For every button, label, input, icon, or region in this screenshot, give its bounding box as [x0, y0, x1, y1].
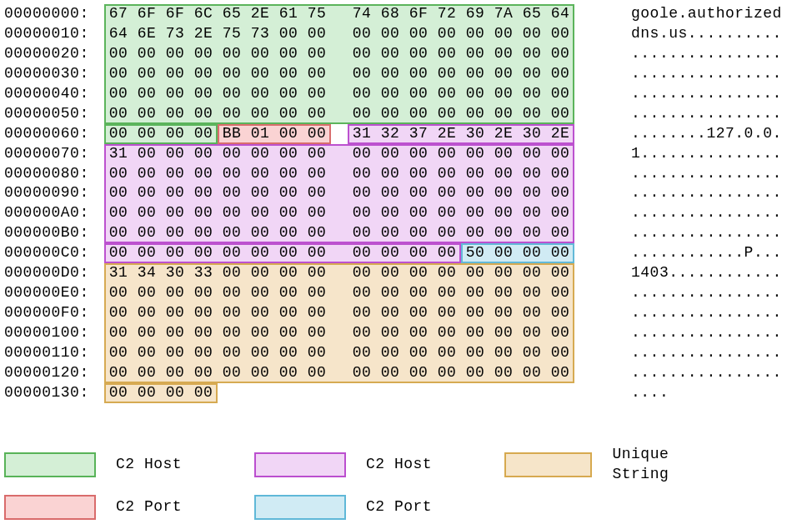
hex-byte: 00 [133, 144, 161, 164]
hex-row: 00000010:646E732E75730000000000000000000… [4, 24, 808, 44]
row-address: 00000080: [4, 164, 104, 184]
hex-byte: 00 [161, 203, 189, 223]
legend-swatch [254, 452, 346, 477]
hex-byte: 00 [303, 164, 331, 184]
row-ascii: ................ [621, 303, 782, 323]
hex-byte: 00 [161, 124, 189, 144]
hex-byte: 00 [348, 64, 376, 84]
hex-byte: 00 [348, 183, 376, 203]
legend-label: C2 Host [116, 455, 182, 475]
row-hex: 31000000000000000000000000000000 [104, 144, 621, 164]
row-ascii: ................ [621, 323, 782, 343]
row-address: 00000040: [4, 84, 104, 104]
row-address: 00000000: [4, 4, 104, 24]
hex-byte: 00 [303, 124, 331, 144]
hex-dump: 00000000:676F6F6C652E617574686F72697A656… [4, 4, 808, 403]
hex-byte: 00 [404, 343, 433, 363]
hex-byte: 00 [133, 183, 161, 203]
row-hex: 00000000000000000000000000000000 [104, 164, 621, 184]
hex-byte: 30 [161, 263, 189, 283]
legend-swatch [4, 495, 96, 520]
hex-byte: 00 [274, 104, 303, 124]
hex-byte: 00 [274, 144, 303, 164]
hex-byte: 00 [189, 363, 218, 383]
hex-byte: 00 [274, 363, 303, 383]
row-address: 000000A0: [4, 203, 104, 223]
hex-byte: 00 [218, 164, 246, 184]
row-ascii: 1............... [621, 144, 782, 164]
hex-byte: 2E [246, 4, 274, 24]
hex-byte: 00 [161, 44, 189, 64]
legend-item: Unique String [504, 445, 729, 485]
row-hex: 31343033000000000000000000000000 [104, 263, 621, 283]
hex-byte: 00 [218, 263, 246, 283]
hex-byte: 00 [133, 383, 161, 403]
hex-byte: 00 [404, 303, 433, 323]
hex-byte: 00 [433, 164, 461, 184]
hex-byte: 2E [433, 124, 461, 144]
hex-byte: 00 [546, 44, 574, 64]
row-address: 00000100: [4, 323, 104, 343]
hex-byte: 00 [489, 24, 518, 44]
hex-byte: 00 [461, 343, 489, 363]
row-ascii: ................ [621, 44, 782, 64]
hex-byte: 00 [404, 84, 433, 104]
hex-byte: 00 [546, 24, 574, 44]
row-address: 000000C0: [4, 243, 104, 263]
row-ascii: .... [621, 383, 669, 403]
row-hex: 00000000000000000000000000000000 [104, 303, 621, 323]
hex-byte: 00 [161, 183, 189, 203]
hex-row: 00000040:0000000000000000000000000000000… [4, 84, 808, 104]
hex-byte: 00 [104, 243, 133, 263]
hex-byte: 00 [348, 363, 376, 383]
hex-byte: 00 [218, 44, 246, 64]
hex-byte: 00 [189, 164, 218, 184]
hex-byte: 00 [218, 363, 246, 383]
hex-byte: 31 [104, 144, 133, 164]
hex-byte: 00 [404, 223, 433, 243]
row-hex: 676F6F6C652E617574686F72697A6564 [104, 4, 621, 24]
hex-byte: 68 [376, 4, 404, 24]
hex-byte: 00 [133, 243, 161, 263]
hex-row: 00000000:676F6F6C652E617574686F72697A656… [4, 4, 808, 24]
row-hex: 00000000000000000000000050000000 [104, 243, 621, 263]
row-hex: 00000000000000000000000000000000 [104, 104, 621, 124]
hex-byte: 00 [518, 104, 546, 124]
hex-byte: 00 [376, 363, 404, 383]
hex-byte: 00 [404, 363, 433, 383]
hex-byte: 00 [518, 303, 546, 323]
hex-byte: 00 [489, 203, 518, 223]
hex-byte: 00 [161, 104, 189, 124]
hex-byte: 00 [518, 64, 546, 84]
hex-byte: 00 [303, 283, 331, 303]
hex-byte: 00 [303, 223, 331, 243]
hex-byte: 00 [274, 44, 303, 64]
hex-byte: 00 [376, 283, 404, 303]
hex-byte: 00 [461, 104, 489, 124]
hex-byte: 00 [246, 283, 274, 303]
hex-byte: 00 [348, 283, 376, 303]
hex-byte: 00 [546, 104, 574, 124]
hex-byte: 00 [133, 64, 161, 84]
hex-byte: 00 [189, 223, 218, 243]
hex-byte: 00 [518, 283, 546, 303]
hex-byte: 00 [246, 183, 274, 203]
hex-byte: 00 [376, 303, 404, 323]
row-address: 00000030: [4, 64, 104, 84]
hex-byte: 00 [433, 223, 461, 243]
hex-byte: 00 [518, 144, 546, 164]
row-address: 000000D0: [4, 263, 104, 283]
row-address: 00000120: [4, 363, 104, 383]
hex-byte: 00 [546, 283, 574, 303]
legend-item: C2 Host [254, 452, 479, 477]
hex-byte: 00 [404, 164, 433, 184]
hex-row: 00000070:3100000000000000000000000000000… [4, 144, 808, 164]
hex-byte: 00 [133, 203, 161, 223]
legend-label: C2 Port [116, 497, 182, 517]
hex-byte: 00 [348, 323, 376, 343]
hex-byte: 00 [348, 263, 376, 283]
hex-byte: 00 [404, 203, 433, 223]
hex-byte: 00 [546, 183, 574, 203]
hex-byte: 00 [274, 243, 303, 263]
hex-byte: 00 [489, 223, 518, 243]
